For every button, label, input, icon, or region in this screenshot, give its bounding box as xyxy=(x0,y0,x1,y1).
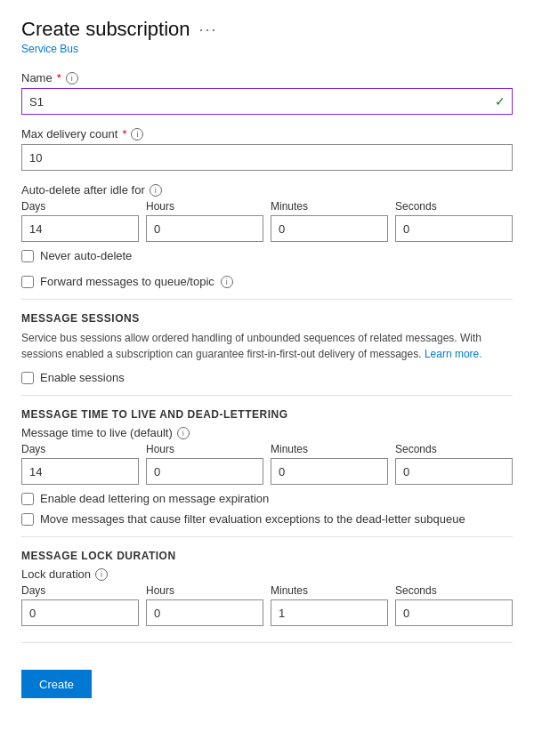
ttl-minutes-label: Minutes xyxy=(271,443,388,455)
enable-sessions-row: Enable sessions xyxy=(21,371,513,384)
name-input-wrapper: ✓ xyxy=(21,88,513,115)
name-info-icon[interactable]: i xyxy=(66,72,78,84)
forward-messages-checkbox[interactable] xyxy=(21,276,34,288)
forward-messages-info-icon[interactable]: i xyxy=(221,276,233,288)
auto-delete-seconds-col: Seconds xyxy=(395,200,513,242)
ttl-label: Message time to live (default) i xyxy=(21,426,513,439)
lock-days-input[interactable] xyxy=(21,599,139,626)
ttl-minutes-input[interactable] xyxy=(271,458,388,485)
forward-messages-row: Forward messages to queue/topic i xyxy=(21,275,513,288)
ttl-seconds-input[interactable] xyxy=(395,458,513,485)
auto-delete-hours-input[interactable] xyxy=(146,215,263,242)
lock-duration-info-icon[interactable]: i xyxy=(95,568,108,581)
max-delivery-field-group: Max delivery count * i xyxy=(21,127,513,171)
auto-delete-seconds-input[interactable] xyxy=(395,215,513,242)
ellipsis-menu[interactable]: ··· xyxy=(199,20,218,39)
lock-minutes-input[interactable] xyxy=(271,599,388,626)
lock-hours-input[interactable] xyxy=(146,599,263,626)
create-button[interactable]: Create xyxy=(21,670,92,698)
divider-1 xyxy=(21,299,513,300)
learn-more-link[interactable]: Learn more. xyxy=(425,348,482,360)
ttl-info-icon[interactable]: i xyxy=(177,427,190,439)
ttl-days-col: Days xyxy=(21,443,139,485)
lock-minutes-col: Minutes xyxy=(271,584,388,626)
max-delivery-label: Max delivery count * i xyxy=(21,127,513,141)
auto-delete-field-group: Auto-delete after idle for i Days Hours … xyxy=(21,183,513,262)
auto-delete-minutes-input[interactable] xyxy=(271,215,388,242)
max-delivery-input[interactable] xyxy=(21,144,513,171)
page-header: Create subscription ··· Service Bus xyxy=(21,18,513,55)
lock-hours-col: Hours xyxy=(146,584,263,626)
message-sessions-section: MESSAGE SESSIONS Service bus sessions al… xyxy=(21,312,513,384)
auto-delete-minutes-col: Minutes xyxy=(271,200,388,242)
auto-delete-days-col: Days xyxy=(21,200,139,242)
never-auto-delete-row: Never auto-delete xyxy=(21,249,513,262)
name-input[interactable] xyxy=(21,88,513,115)
lock-duration-section: MESSAGE LOCK DURATION Lock duration i Da… xyxy=(21,550,513,626)
checkmark-icon: ✓ xyxy=(495,94,506,109)
ttl-hours-label: Hours xyxy=(146,443,263,455)
enable-sessions-label: Enable sessions xyxy=(40,371,125,384)
never-auto-delete-label: Never auto-delete xyxy=(40,249,132,262)
ttl-grid: Days Hours Minutes Seconds xyxy=(21,443,513,485)
lock-duration-grid: Days Hours Minutes Seconds xyxy=(21,584,513,626)
lock-duration-heading: MESSAGE LOCK DURATION xyxy=(21,550,513,562)
auto-delete-minutes-label: Minutes xyxy=(271,200,388,213)
auto-delete-hours-label: Hours xyxy=(146,200,263,213)
ttl-days-label: Days xyxy=(21,443,139,455)
name-field-group: Name * i ✓ xyxy=(21,71,513,115)
never-auto-delete-checkbox[interactable] xyxy=(21,250,34,262)
max-delivery-required-star: * xyxy=(122,127,126,141)
message-sessions-description: Service bus sessions allow ordered handl… xyxy=(21,330,513,362)
dead-letter-expiration-row: Enable dead lettering on message expirat… xyxy=(21,492,513,505)
ttl-hours-col: Hours xyxy=(146,443,263,485)
message-sessions-heading: MESSAGE SESSIONS xyxy=(21,312,513,325)
divider-3 xyxy=(21,536,513,537)
auto-delete-days-label: Days xyxy=(21,200,139,213)
divider-4 xyxy=(21,642,513,643)
auto-delete-label: Auto-delete after idle for i xyxy=(21,183,513,197)
forward-messages-label: Forward messages to queue/topic xyxy=(40,275,214,288)
page-title: Create subscription xyxy=(21,18,190,41)
divider-2 xyxy=(21,395,513,396)
lock-minutes-label: Minutes xyxy=(271,584,388,597)
ttl-days-input[interactable] xyxy=(21,458,139,485)
lock-duration-label-row: Lock duration i xyxy=(21,567,513,581)
message-ttl-heading: MESSAGE TIME TO LIVE AND DEAD-LETTERING xyxy=(21,408,513,421)
dead-letter-expiration-checkbox[interactable] xyxy=(21,493,34,505)
message-ttl-section: MESSAGE TIME TO LIVE AND DEAD-LETTERING … xyxy=(21,408,513,526)
auto-delete-info-icon[interactable]: i xyxy=(150,184,162,197)
ttl-seconds-col: Seconds xyxy=(395,443,513,485)
auto-delete-days-input[interactable] xyxy=(21,215,139,242)
auto-delete-grid: Days Hours Minutes Seconds xyxy=(21,200,513,242)
lock-days-label: Days xyxy=(21,584,139,597)
lock-hours-label: Hours xyxy=(146,584,263,597)
max-delivery-info-icon[interactable]: i xyxy=(131,128,143,141)
filter-exceptions-row: Move messages that cause filter evaluati… xyxy=(21,512,513,526)
ttl-hours-input[interactable] xyxy=(146,458,263,485)
lock-seconds-col: Seconds xyxy=(395,584,513,626)
filter-exceptions-label: Move messages that cause filter evaluati… xyxy=(40,512,465,526)
auto-delete-seconds-label: Seconds xyxy=(395,200,513,213)
name-label: Name * i xyxy=(21,71,513,84)
ttl-seconds-label: Seconds xyxy=(395,443,513,455)
lock-days-col: Days xyxy=(21,584,139,626)
ttl-minutes-col: Minutes xyxy=(271,443,388,485)
lock-seconds-input[interactable] xyxy=(395,599,513,626)
dead-letter-expiration-label: Enable dead lettering on message expirat… xyxy=(40,492,269,505)
subtitle: Service Bus xyxy=(21,43,513,55)
lock-seconds-label: Seconds xyxy=(395,584,513,597)
auto-delete-hours-col: Hours xyxy=(146,200,263,242)
name-required-star: * xyxy=(57,71,61,84)
enable-sessions-checkbox[interactable] xyxy=(21,372,34,384)
filter-exceptions-checkbox[interactable] xyxy=(21,513,34,526)
